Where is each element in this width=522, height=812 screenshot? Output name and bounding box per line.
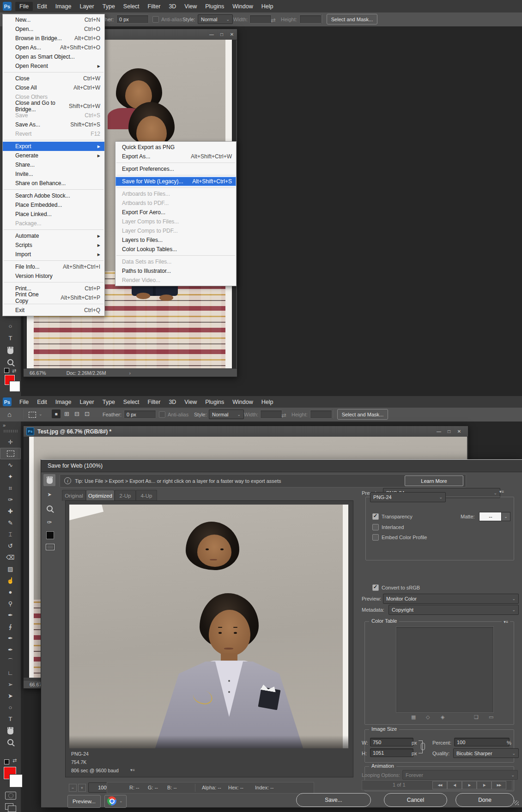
menu-item-share-behance[interactable]: Share on Behance... <box>3 179 104 188</box>
move-tool[interactable]: ✛ <box>0 436 21 448</box>
menu-item-automate[interactable]: Automate▶ <box>3 231 104 241</box>
close-button[interactable]: ✕ <box>227 30 237 38</box>
convert-point-tool[interactable]: ⌒ <box>0 656 21 667</box>
preview-in-browser-button[interactable]: Preview... <box>67 795 101 808</box>
menu-item-open[interactable]: Open...Ctrl+O <box>3 24 104 34</box>
menu-item-print-one-copy[interactable]: Print One CopyAlt+Shift+Ctrl+P <box>3 293 104 302</box>
menu-window[interactable]: Window <box>228 397 257 407</box>
doc2-title-bar[interactable]: Ps Test.jpg @ 66.7% (RGB/8#) * — □ ✕ <box>24 426 468 437</box>
add-selection-button[interactable]: ⊞ <box>62 409 71 418</box>
previous-frame-button[interactable]: ◀| <box>447 781 462 789</box>
close-button[interactable]: ✕ <box>454 427 464 435</box>
menu-type[interactable]: Type <box>98 397 119 407</box>
tab-optimized[interactable]: Optimized <box>86 490 115 501</box>
menu-file[interactable]: File <box>15 2 33 11</box>
swap-colors-icon[interactable]: ⇄ <box>12 368 16 374</box>
sfw-hand-tool[interactable] <box>43 474 55 486</box>
matte-value-box[interactable]: -- <box>479 512 502 521</box>
background-color-swatch[interactable] <box>10 381 20 391</box>
format-dropdown[interactable]: PNG-24⌄ <box>370 492 446 502</box>
quick-mask-button[interactable] <box>5 792 16 800</box>
menu-item-open-as[interactable]: Open As...Alt+Shift+Ctrl+O <box>3 43 104 52</box>
tool-preset-icon[interactable] <box>29 412 36 418</box>
menu-layer[interactable]: Layer <box>75 397 98 407</box>
intersect-selection-button[interactable]: ⊡ <box>83 409 91 418</box>
collapse-panel-icon[interactable]: » <box>3 422 6 428</box>
menu-layer[interactable]: Layer <box>75 2 98 11</box>
menu-item-place-embedded[interactable]: Place Embedded... <box>3 200 104 210</box>
freeform-pen-tool[interactable]: ∮ <box>0 621 21 632</box>
menu-select[interactable]: Select <box>119 2 144 11</box>
menu-item-paths-illustrator[interactable]: Paths to Illustrator... <box>115 266 236 276</box>
sfw-eyedropper-color-swatch[interactable] <box>46 531 54 539</box>
quick-selection-tool[interactable]: ✦ <box>0 471 21 482</box>
new-color-icon[interactable]: ❏ <box>474 714 479 720</box>
menu-item-export-preferences[interactable]: Export Preferences... <box>115 164 236 174</box>
image-width-input[interactable]: 750 <box>370 738 413 746</box>
menu-item-close-go-bridge[interactable]: Close and Go to Bridge...Shift+Ctrl+W <box>3 102 104 111</box>
embed-color-profile-checkbox[interactable] <box>372 534 379 541</box>
link-dimensions-icon[interactable] <box>421 743 425 750</box>
screen-mode-button[interactable] <box>5 803 13 810</box>
preset-panel-menu-icon[interactable]: ▾≡ <box>499 489 504 494</box>
menu-item-close[interactable]: CloseCtrl+W <box>3 74 104 83</box>
type-tool[interactable]: T <box>0 713 21 725</box>
menu-file[interactable]: File <box>15 397 33 407</box>
zoom-in-button[interactable]: + <box>78 784 86 792</box>
metadata-dropdown[interactable]: Copyright⌄ <box>388 605 519 615</box>
menu-filter[interactable]: Filter <box>144 397 165 407</box>
menu-item-version-history[interactable]: Version History <box>3 271 104 281</box>
feather-input[interactable]: 0 px <box>116 15 149 24</box>
brush-tool[interactable]: ✎ <box>0 517 21 529</box>
maximize-button[interactable]: □ <box>217 30 227 38</box>
web-shift-icon[interactable]: ◇ <box>426 714 430 720</box>
status-panel-menu-icon[interactable]: ▾≡ <box>130 768 135 772</box>
type-tool[interactable]: T <box>0 333 21 343</box>
ellipse-tool[interactable]: ○ <box>0 702 21 713</box>
toggle-slices-visibility-button[interactable] <box>46 544 55 550</box>
menu-item-export-as[interactable]: Export As...Alt+Shift+Ctrl+W <box>115 152 236 161</box>
menu-item-layers-to-files[interactable]: Layers to Files... <box>115 235 236 245</box>
menu-item-export[interactable]: Export▶ <box>3 142 104 151</box>
line-tool[interactable]: ∟ <box>0 667 21 679</box>
matte-dropdown-button[interactable]: ⌄ <box>501 512 510 521</box>
quality-dropdown[interactable]: Bicubic Sharper⌄ <box>453 748 519 758</box>
new-selection-button[interactable]: ■ <box>52 409 61 418</box>
background-color-swatch[interactable] <box>10 775 22 787</box>
menu-item-generate[interactable]: Generate▶ <box>3 151 104 160</box>
menu-help[interactable]: Help <box>257 2 278 11</box>
menu-item-place-linked[interactable]: Place Linked... <box>3 210 104 219</box>
learn-more-button[interactable]: Learn More <box>405 475 463 486</box>
hand-tool[interactable] <box>0 725 21 736</box>
transparency-checkbox[interactable] <box>372 513 379 520</box>
menu-item-export-for-aero[interactable]: Export For Aero... <box>115 208 236 217</box>
status-chevron-icon[interactable]: › <box>129 370 131 376</box>
anti-alias-checkbox[interactable] <box>152 16 159 23</box>
percent-input[interactable]: 100 <box>454 738 510 746</box>
height-input[interactable] <box>299 15 322 24</box>
direct-selection-tool[interactable]: ➢ <box>0 679 21 690</box>
preview-image[interactable] <box>69 505 348 748</box>
done-button[interactable]: Done <box>455 793 514 807</box>
swap-wh-icon[interactable]: ⇄ <box>281 412 286 419</box>
home-icon[interactable]: ⌂ <box>7 410 12 418</box>
menu-item-file-info[interactable]: File Info...Alt+Shift+Ctrl+I <box>3 262 104 271</box>
history-brush-tool[interactable]: ↺ <box>0 540 21 552</box>
select-and-mask-button[interactable]: Select and Mask... <box>327 14 377 24</box>
width-input[interactable] <box>249 15 272 24</box>
minimize-button[interactable]: — <box>206 30 217 38</box>
menu-item-quick-export-png[interactable]: Quick Export as PNG <box>115 143 236 152</box>
zoom-out-button[interactable]: − <box>69 784 77 792</box>
ellipse-tool[interactable]: ○ <box>0 321 21 331</box>
last-frame-button[interactable]: ▶▶ <box>492 781 506 789</box>
smudge-tool[interactable]: ☝ <box>0 575 21 586</box>
menu-filter[interactable]: Filter <box>144 2 165 11</box>
healing-brush-tool[interactable]: ✚ <box>0 505 21 517</box>
default-colors-icon[interactable] <box>4 759 9 764</box>
zoom-tool[interactable] <box>0 357 21 367</box>
menu-help[interactable]: Help <box>257 397 278 407</box>
menu-type[interactable]: Type <box>98 2 119 11</box>
blur-tool[interactable]: ● <box>0 586 21 598</box>
save-button[interactable]: Save... <box>296 793 371 807</box>
pen-tool[interactable]: ✒ <box>0 609 21 621</box>
